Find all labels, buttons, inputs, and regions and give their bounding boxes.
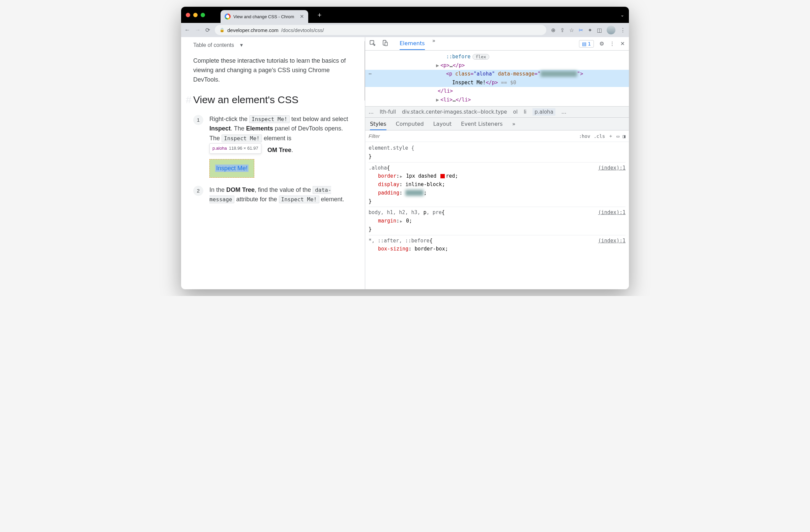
styles-panel[interactable]: element.style { } .aloha {(index):1 bord…	[365, 142, 629, 289]
sidepanel-icon[interactable]: ◫	[597, 27, 602, 33]
forward-button: →	[195, 27, 201, 33]
share-icon[interactable]: ⇪	[560, 27, 565, 33]
browser-window: View and change CSS - Chrom ✕ ＋ ⌄ ← → ⟳ …	[181, 7, 629, 289]
toolbar-right: ⊕ ⇪ ☆ ✂ ✦ ◫ ⋮	[551, 26, 626, 34]
tab-title: View and change CSS - Chrom	[233, 14, 297, 19]
rule-universal: *, ::after, ::before {(index):1 box-sizi…	[369, 235, 626, 255]
url-domain: developer.chrome.com	[227, 27, 278, 33]
tab-layout[interactable]: Layout	[433, 121, 452, 127]
lock-icon: 🔒	[220, 28, 225, 32]
toc-toggle[interactable]: Table of contents ▾	[193, 42, 353, 48]
step-body: Right-click the Inspect Me! text below a…	[209, 114, 353, 178]
crumb-active[interactable]: p.aloha	[533, 108, 555, 116]
browser-toolbar: ← → ⟳ 🔒 developer.chrome.com/docs/devtoo…	[181, 23, 629, 37]
styles-tabs: Styles Computed Layout Event Listeners »	[365, 118, 629, 131]
dom-tree[interactable]: ::beforeflex ▶<p>…</p> <p class="aloha" …	[365, 51, 629, 106]
extensions-icon[interactable]: ✦	[588, 27, 592, 33]
filter-input[interactable]	[369, 133, 576, 139]
crumb-item[interactable]: ol	[513, 109, 518, 115]
back-button[interactable]: ←	[184, 27, 190, 33]
devtools-tabs: Elements »	[400, 37, 435, 50]
color-swatch-icon[interactable]	[440, 174, 445, 178]
crumb-ellipsis[interactable]: …	[369, 109, 374, 115]
device-toolbar-icon[interactable]	[382, 40, 388, 48]
code-inspect-me-2: Inspect Me!	[222, 134, 262, 142]
breadcrumb[interactable]: … lth-full div.stack.center-images.stack…	[365, 106, 629, 118]
close-devtools-icon[interactable]: ✕	[620, 40, 625, 47]
svg-rect-2	[385, 42, 387, 46]
source-link[interactable]: (index):1	[598, 164, 626, 172]
content-area: Table of contents ▾ Complete these inter…	[181, 37, 629, 289]
sidebar-toggle-icon[interactable]: ◨	[623, 133, 626, 139]
styles-filter-row: :hov .cls ＋ ▭ ◨	[365, 131, 629, 142]
url-path: /docs/devtools/css/	[281, 27, 324, 33]
chevron-down-icon: ▾	[240, 42, 243, 48]
settings-icon[interactable]: ⚙	[599, 40, 604, 47]
scrollbar[interactable]	[364, 40, 365, 101]
reload-button[interactable]: ⟳	[205, 27, 210, 34]
scissors-icon[interactable]: ✂	[579, 27, 583, 33]
cls-toggle[interactable]: .cls	[594, 133, 605, 139]
toc-label: Table of contents	[193, 42, 234, 48]
flex-badge[interactable]: flex	[472, 54, 489, 60]
tab-computed[interactable]: Computed	[396, 121, 424, 127]
tab-event-listeners[interactable]: Event Listeners	[461, 121, 503, 127]
more-subtabs-icon[interactable]: »	[512, 121, 516, 127]
step-number: 1	[193, 115, 203, 125]
tabs-menu-icon[interactable]: ⌄	[620, 13, 624, 18]
inspect-element-icon[interactable]	[369, 40, 376, 48]
issues-badge[interactable]: ▤ 1	[579, 40, 594, 48]
kebab-menu-icon[interactable]: ⋮	[610, 40, 615, 47]
blurred-value	[405, 190, 423, 196]
devtools-toolbar: Elements » ▤ 1 ⚙ ⋮ ✕	[365, 37, 629, 51]
crumb-item[interactable]: div.stack.center-images.stack--block.typ…	[402, 109, 507, 115]
new-tab-button[interactable]: ＋	[316, 11, 323, 19]
minimize-window-icon[interactable]	[193, 13, 198, 17]
blurred-value	[540, 71, 577, 77]
maximize-window-icon[interactable]	[201, 13, 205, 17]
tooltip-selector: p.aloha	[212, 145, 227, 152]
chat-icon: ▤	[582, 41, 586, 47]
step-1: 1 Right-click the Inspect Me! text below…	[193, 114, 353, 178]
section-heading: View an element's CSS	[193, 94, 353, 105]
hov-toggle[interactable]: :hov	[579, 133, 590, 139]
close-window-icon[interactable]	[186, 13, 190, 17]
more-tabs-icon[interactable]: »	[432, 37, 436, 50]
inspect-tooltip: p.aloha 118.96 × 61.97	[209, 143, 261, 154]
selected-dom-node[interactable]: <p class="aloha" data-message=" "> Inspe…	[365, 70, 629, 87]
bookmark-icon[interactable]: ☆	[569, 27, 574, 33]
profile-avatar[interactable]	[607, 26, 615, 34]
paint-icon[interactable]: ▭	[616, 133, 619, 139]
crumb-item[interactable]: lth-full	[380, 109, 396, 115]
menu-icon[interactable]: ⋮	[620, 27, 626, 33]
inspect-me-element[interactable]: Inspect Me!	[209, 159, 254, 178]
rule-body: body, h1, h2, h3, p, pre {(index):1 marg…	[369, 207, 626, 235]
tooltip-dimensions: 118.96 × 61.97	[229, 145, 258, 152]
step-2: 2 In the DOM Tree, find the value of the…	[193, 185, 353, 205]
browser-tab[interactable]: View and change CSS - Chrom ✕	[221, 10, 308, 23]
address-bar[interactable]: 🔒 developer.chrome.com/docs/devtools/css…	[215, 25, 546, 35]
crumb-ellipsis[interactable]: …	[562, 109, 567, 115]
title-bar: View and change CSS - Chrom ✕ ＋ ⌄	[181, 7, 629, 23]
code-inspect-me: Inspect Me!	[249, 115, 290, 123]
rule-element-style: element.style { }	[369, 143, 626, 163]
step-body: In the DOM Tree, find the value of the d…	[209, 185, 353, 205]
source-link[interactable]: (index):1	[598, 209, 626, 217]
devtools-panel: Elements » ▤ 1 ⚙ ⋮ ✕ ::beforeflex ▶<p>…<…	[365, 37, 629, 289]
rule-aloha: .aloha {(index):1 border:▶ 1px dashed re…	[369, 163, 626, 207]
chrome-favicon-icon	[225, 14, 231, 19]
intro-paragraph: Complete these interactive tutorials to …	[193, 56, 353, 85]
tab-styles[interactable]: Styles	[370, 121, 387, 130]
close-tab-icon[interactable]: ✕	[300, 14, 304, 19]
inspect-me-text: Inspect Me!	[215, 165, 248, 172]
web-page: Table of contents ▾ Complete these inter…	[181, 37, 365, 289]
new-rule-button[interactable]: ＋	[608, 133, 613, 139]
source-link[interactable]: (index):1	[598, 237, 626, 245]
step-number: 2	[193, 186, 203, 196]
traffic-lights	[186, 13, 205, 17]
issue-count: 1	[588, 41, 591, 47]
zoom-icon[interactable]: ⊕	[551, 27, 555, 33]
code-inspect-me-3: Inspect Me!	[279, 196, 319, 203]
tab-elements[interactable]: Elements	[400, 37, 425, 50]
crumb-item[interactable]: li	[524, 109, 526, 115]
